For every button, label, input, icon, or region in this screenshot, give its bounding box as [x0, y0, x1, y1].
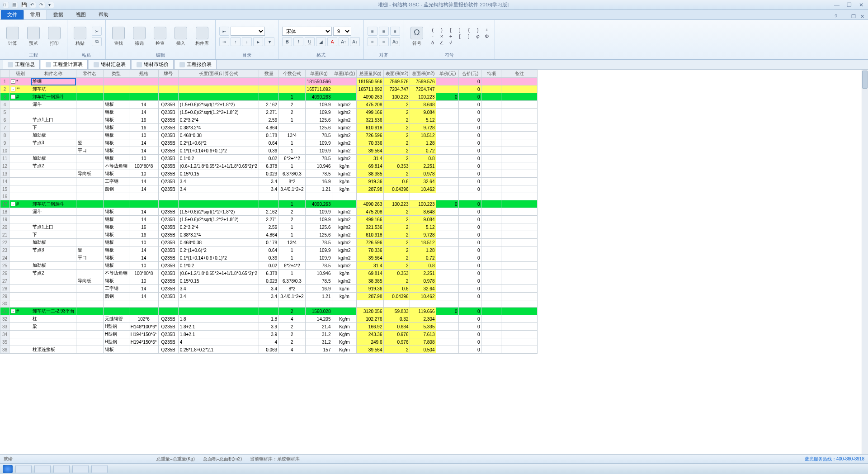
- symbol-item[interactable]: φ: [474, 33, 482, 39]
- qa-redo-icon[interactable]: ↷: [39, 2, 45, 8]
- cell[interactable]: 1: [279, 270, 305, 277]
- cell[interactable]: [279, 85, 305, 93]
- cell[interactable]: [76, 78, 103, 85]
- symbol-item[interactable]: ÷: [447, 33, 455, 39]
- cell[interactable]: 2.304: [410, 315, 436, 323]
- row-number[interactable]: 12: [0, 162, 9, 170]
- cell[interactable]: [9, 231, 31, 239]
- cell[interactable]: 0.72: [410, 254, 436, 262]
- cell[interactable]: 3.4/0.1*2+2: [279, 293, 305, 300]
- cell[interactable]: 0: [459, 132, 481, 139]
- cell[interactable]: [9, 223, 31, 231]
- cell[interactable]: -**: [9, 85, 31, 93]
- cell[interactable]: 165711.892: [357, 85, 384, 93]
- qa-new-icon[interactable]: □: [3, 2, 9, 8]
- cell[interactable]: Kg/m: [332, 338, 357, 346]
- cell[interactable]: 1: [279, 139, 305, 147]
- cell[interactable]: 321.536: [357, 116, 384, 124]
- row-number[interactable]: 34: [0, 331, 9, 338]
- cell[interactable]: [31, 254, 76, 262]
- cell[interactable]: 610.918: [357, 124, 384, 132]
- table-row[interactable]: 4漏斗钢板14Q235B(1.5+0.6)/2*sqrt(1^2+1.8^2)2…: [0, 101, 538, 109]
- cell[interactable]: 14: [129, 285, 158, 293]
- row-number[interactable]: 9: [0, 139, 9, 147]
- check-button[interactable]: 检查: [151, 26, 169, 47]
- cell[interactable]: 0: [459, 346, 481, 354]
- cell[interactable]: 钢板: [103, 109, 129, 116]
- cell[interactable]: 0.8: [410, 262, 436, 270]
- tab-帮助[interactable]: 帮助: [92, 10, 115, 19]
- cell[interactable]: [76, 323, 103, 331]
- cell[interactable]: 109.9: [305, 139, 332, 147]
- cell[interactable]: 0.64: [259, 139, 279, 147]
- cell[interactable]: [481, 323, 501, 331]
- symbol-item[interactable]: (: [429, 27, 437, 33]
- cell[interactable]: [31, 170, 76, 178]
- cell[interactable]: [31, 178, 76, 185]
- cell[interactable]: 9.084: [410, 216, 436, 223]
- cell[interactable]: 4: [279, 315, 305, 323]
- cell[interactable]: 0: [459, 139, 481, 147]
- tab-常用[interactable]: 常用: [24, 9, 47, 19]
- find-button[interactable]: 查找: [109, 26, 127, 47]
- taskbar-item[interactable]: [53, 465, 70, 473]
- font-grow-button[interactable]: A↑: [339, 37, 349, 46]
- cell[interactable]: 0.468*0.38: [178, 132, 259, 139]
- cell[interactable]: 2: [279, 101, 305, 109]
- cell[interactable]: 14: [129, 216, 158, 223]
- cell[interactable]: [9, 293, 31, 300]
- symbol-button[interactable]: Ω符号: [408, 26, 426, 47]
- cell[interactable]: 726.596: [357, 132, 384, 139]
- cell[interactable]: 2: [384, 223, 410, 231]
- cell[interactable]: 钢板: [103, 116, 129, 124]
- cell[interactable]: [501, 216, 538, 223]
- table-row[interactable]: 10平口钢板14Q235B0.1*(1+0.14+0.6+0.1)*20.361…: [0, 147, 538, 155]
- cell[interactable]: [103, 300, 129, 308]
- table-row[interactable]: 19钢板14Q235B(1.5+0.6)/2*sqrt(1.2^2+1.8^2)…: [0, 216, 538, 223]
- row-number[interactable]: 18: [0, 208, 9, 216]
- cell[interactable]: 16: [129, 116, 158, 124]
- cell[interactable]: 0: [459, 200, 481, 208]
- table-row[interactable]: 3-#卸车坑一钢漏斗14090.2634090.263100.223100.22…: [0, 93, 538, 101]
- qa-open-icon[interactable]: ▤: [12, 2, 18, 8]
- cell[interactable]: 钢板: [103, 239, 129, 246]
- close-button[interactable]: ✕: [857, 2, 865, 8]
- row-number[interactable]: 5: [0, 109, 9, 116]
- cell[interactable]: 加劲板: [31, 132, 76, 139]
- column-header[interactable]: 单价(元): [436, 70, 459, 78]
- cell[interactable]: [501, 338, 538, 346]
- cell[interactable]: [259, 93, 279, 101]
- font-size-select[interactable]: 9: [333, 27, 351, 36]
- cell[interactable]: [436, 262, 459, 270]
- cell[interactable]: 导向板: [76, 170, 103, 178]
- cell[interactable]: [332, 78, 357, 85]
- cell[interactable]: [9, 109, 31, 116]
- cell[interactable]: kg/m2: [332, 216, 357, 223]
- cell[interactable]: 6.378: [259, 162, 279, 170]
- cell[interactable]: [76, 101, 103, 109]
- row-number[interactable]: 14: [0, 178, 9, 185]
- cell[interactable]: 2: [279, 308, 305, 315]
- cell[interactable]: [501, 270, 538, 277]
- cell[interactable]: 2: [384, 239, 410, 246]
- cell[interactable]: Q235B: [158, 246, 178, 254]
- column-header[interactable]: 总面积(m2): [410, 70, 436, 78]
- cell[interactable]: 0.1*(1+0.14+0.6+0.1)*2: [178, 147, 259, 155]
- cell[interactable]: 10.946: [305, 162, 332, 170]
- cell[interactable]: 9.728: [410, 124, 436, 132]
- cell[interactable]: 7.808: [410, 338, 436, 346]
- cell[interactable]: 1: [279, 223, 305, 231]
- cell[interactable]: 919.36: [357, 285, 384, 293]
- cell[interactable]: 6*2+4*2: [279, 262, 305, 270]
- cell[interactable]: 0: [459, 208, 481, 216]
- cell[interactable]: 0.684: [384, 323, 410, 331]
- minimize-button[interactable]: —: [832, 2, 841, 8]
- cell[interactable]: 1: [279, 116, 305, 124]
- italic-button[interactable]: I: [293, 37, 303, 46]
- cell[interactable]: 加劲板: [31, 155, 76, 162]
- cell[interactable]: kg/m2: [332, 277, 357, 285]
- cell[interactable]: 1.21: [305, 185, 332, 193]
- cell[interactable]: 2.251: [410, 162, 436, 170]
- sheet-tab[interactable]: 钢材市场价: [132, 60, 174, 69]
- cell[interactable]: [76, 93, 103, 101]
